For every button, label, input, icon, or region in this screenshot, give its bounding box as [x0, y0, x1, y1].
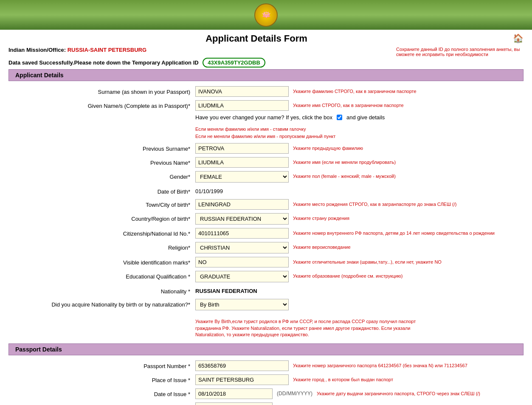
- gender-hint: Укажите пол (female - женский; male - му…: [293, 171, 396, 180]
- place-of-issue-row: Place of Issue * Укажите город , в котор…: [8, 373, 524, 387]
- place-of-issue-hint: Укажите город , в котором был выдан пасп…: [293, 374, 393, 383]
- name-change-area: Have you ever changed your name? If yes,…: [195, 114, 524, 140]
- passport-details-header: Passport Details: [8, 343, 524, 355]
- religion-input-area: CHRISTIAN MUSLIM HINDU SIKH BUDDHIST OTH…: [195, 242, 524, 253]
- prev-name-input[interactable]: [195, 157, 289, 168]
- surname-hint: Укажите фамилию СТРОГО, как в загранично…: [293, 86, 417, 95]
- mission-label: Indian Mission/Office:: [8, 47, 66, 53]
- name-change-hint2: Если не меняли фамилию и/или имя - пропу…: [195, 133, 335, 140]
- name-change-label: [8, 114, 195, 116]
- prev-name-label: Previous Name*: [8, 157, 195, 167]
- date-of-issue-input-area: (DD/MM/YYYY) Укажите дату выдачи заграни…: [195, 388, 524, 399]
- citizenship-row: Citizenship/National Id No.* Укажите ном…: [8, 226, 524, 240]
- place-of-issue-label: Place of Issue *: [8, 374, 195, 384]
- town-row: Town/City of birth* Укажите место рожден…: [8, 197, 524, 211]
- visible-marks-hint: Укажите отличительные знаки (шрамы,тату.…: [293, 257, 442, 265]
- russian-notice: Сохраните данный ID до полного заполнени…: [396, 47, 524, 57]
- visible-marks-row: Visible identification marks* Укажите от…: [8, 255, 524, 269]
- dob-row: Date of Birth* 01/10/1999: [8, 184, 524, 197]
- town-label: Town/City of birth*: [8, 199, 195, 209]
- date-of-issue-label: Date of Issue *: [8, 388, 195, 398]
- given-name-row: Given Name/s (Complete as in Passport)* …: [8, 98, 524, 112]
- date-of-issue-row: Date of Issue * (DD/MM/YYYY) Укажите дат…: [8, 387, 524, 401]
- citizenship-input-area: Укажите номер внутреннего РФ паспорта, д…: [195, 228, 524, 239]
- edu-qual-label: Educational Qualification *: [8, 271, 195, 281]
- prev-surname-input[interactable]: [195, 143, 289, 154]
- dob-label: Date of Birth*: [8, 186, 195, 196]
- edu-qual-input-area: GRADUATE POST GRADUATE UNDER GRADUATE DO…: [195, 271, 524, 282]
- edu-qual-select[interactable]: GRADUATE POST GRADUATE UNDER GRADUATE DO…: [195, 271, 289, 282]
- nationality-birth-label: Did you acquire Nationality by birth or …: [8, 299, 195, 309]
- prev-surname-row: Previous Surname* Укажите предыдущую фам…: [8, 141, 524, 155]
- date-of-issue-hint: Укажите дату выдачи заграничного паспорт…: [317, 388, 480, 397]
- passport-number-row: Passport Number * Укажите номер загранич…: [8, 359, 524, 373]
- visible-marks-input[interactable]: [195, 257, 289, 267]
- citizenship-hint: Укажите номер внутреннего РФ паспорта, д…: [293, 228, 495, 236]
- gender-input-area: FEMALE MALE TRANSGENDER Укажите пол (fem…: [195, 171, 524, 183]
- date-of-expiry-hint: Укажите дату окончания срока действия за…: [317, 402, 522, 405]
- save-notice: Data saved Successfully.Please note down…: [8, 59, 199, 66]
- citizenship-input[interactable]: [195, 228, 289, 239]
- passport-number-label: Passport Number *: [8, 360, 195, 370]
- header-banner: 🪷: [0, 0, 532, 30]
- nationality-birth-select[interactable]: By Birth By Naturalization: [195, 299, 289, 310]
- name-change-text: Have you ever changed your name? If yes,…: [195, 114, 332, 121]
- passport-number-hint: Укажите номер заграничного паспорта 6412…: [293, 360, 467, 369]
- edu-qual-row: Educational Qualification * GRADUATE POS…: [8, 269, 524, 284]
- country-birth-input-area: RUSSIAN FEDERATION OTHER Укажите страну …: [195, 213, 524, 225]
- date-of-issue-format: (DD/MM/YYYY): [277, 388, 312, 397]
- dob-value: 01/10/1999: [195, 186, 223, 194]
- nationality-value-area: RUSSIAN FEDERATION: [195, 286, 524, 294]
- surname-input[interactable]: [195, 86, 289, 97]
- gender-row: Gender* FEMALE MALE TRANSGENDER Укажите …: [8, 169, 524, 184]
- country-birth-label: Country/Region of birth*: [8, 213, 195, 223]
- town-input-area: Укажите место рождения СТРОГО, как в заг…: [195, 199, 524, 210]
- citizenship-label: Citizenship/National Id No.*: [8, 228, 195, 238]
- applicant-details-header: Applicant Details: [8, 69, 524, 81]
- home-icon[interactable]: 🏠: [513, 33, 524, 43]
- edu-qual-hint: Укажите образование (подробнее см. инстр…: [293, 271, 403, 279]
- religion-hint: Укажите вероисповедание: [293, 242, 351, 250]
- surname-row: Surname (as shown in your Passport) Укаж…: [8, 84, 524, 98]
- temp-id: 43X9A359TY2GDBB: [203, 58, 265, 68]
- passport-number-input-area: Укажите номер заграничного паспорта 6412…: [195, 360, 524, 371]
- prev-name-input-area: Укажите имя (если не меняли продублирова…: [195, 157, 524, 168]
- passport-number-input[interactable]: [195, 360, 289, 371]
- visible-marks-label: Visible identification marks*: [8, 257, 195, 267]
- name-change-hint1: Если меняли фамилию и/или имя - ставим г…: [195, 126, 335, 133]
- prev-name-row: Previous Name* Укажите имя (если не меня…: [8, 155, 524, 169]
- place-of-issue-input[interactable]: [195, 374, 289, 385]
- name-change-and-details: and give details: [346, 114, 385, 121]
- applicant-details-form: Surname (as shown in your Passport) Укаж…: [0, 83, 532, 342]
- date-of-issue-input[interactable]: [195, 388, 273, 399]
- prev-surname-input-area: Укажите предыдущую фамилию: [195, 143, 524, 154]
- emblem: 🪷: [254, 3, 278, 27]
- religion-label: Religion*: [8, 242, 195, 252]
- surname-input-area: Укажите фамилию СТРОГО, как в загранично…: [195, 86, 524, 97]
- page-title: Applicant Details Form: [205, 33, 307, 44]
- surname-label: Surname (as shown in your Passport): [8, 86, 195, 96]
- country-birth-select[interactable]: RUSSIAN FEDERATION OTHER: [195, 213, 289, 225]
- name-change-row: Have you ever changed your name? If yes,…: [8, 112, 524, 141]
- town-hint: Укажите место рождения СТРОГО, как в заг…: [293, 199, 456, 208]
- page-wrapper: 🪷 Applicant Details Form 🏠 Indian Missio…: [0, 0, 532, 405]
- nationality-value: RUSSIAN FEDERATION: [195, 286, 257, 294]
- date-of-expiry-input[interactable]: [195, 402, 273, 405]
- given-name-input[interactable]: [195, 100, 289, 111]
- religion-select[interactable]: CHRISTIAN MUSLIM HINDU SIKH BUDDHIST OTH…: [195, 242, 289, 253]
- nationality-row: Nationality * RUSSIAN FEDERATION: [8, 284, 524, 297]
- nationality-birth-hint: Укажите By Birth,если турист родился в Р…: [195, 316, 416, 338]
- gender-select[interactable]: FEMALE MALE TRANSGENDER: [195, 171, 289, 183]
- mission-value: RUSSIA-SAINT PETERSBURG: [68, 47, 146, 53]
- country-birth-row: Country/Region of birth* RUSSIAN FEDERAT…: [8, 211, 524, 226]
- given-name-hint: Укажите имя СТРОГО, как в заграничном па…: [293, 100, 404, 109]
- prev-surname-hint: Укажите предыдущую фамилию: [293, 143, 363, 152]
- given-name-label: Given Name/s (Complete as in Passport)*: [8, 100, 195, 110]
- date-of-expiry-input-area: (DD/MM/YYYY) Укажите дату окончания срок…: [195, 402, 524, 405]
- name-change-checkbox[interactable]: [337, 115, 342, 120]
- given-name-input-area: Укажите имя СТРОГО, как в заграничном па…: [195, 100, 524, 111]
- religion-row: Religion* CHRISTIAN MUSLIM HINDU SIKH BU…: [8, 240, 524, 255]
- visible-marks-input-area: Укажите отличительные знаки (шрамы,тату.…: [195, 257, 524, 267]
- town-input[interactable]: [195, 199, 289, 210]
- gender-label: Gender*: [8, 171, 195, 181]
